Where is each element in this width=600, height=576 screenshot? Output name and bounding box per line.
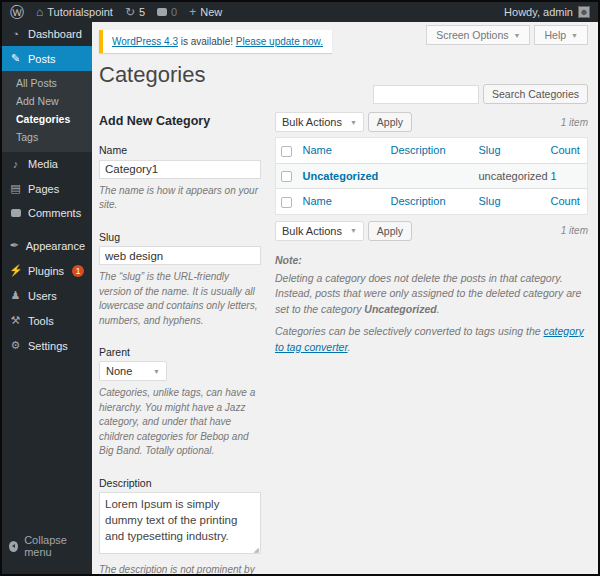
form-heading: Add New Category	[99, 114, 261, 128]
note-title: Note:	[275, 253, 588, 269]
parent-label: Parent	[99, 346, 261, 358]
sidebar-item-plugins[interactable]: ⚡ Plugins 1	[2, 258, 92, 283]
parent-select[interactable]: None ▼	[99, 361, 167, 381]
slug-help-text: The “slug” is the URL-friendly version o…	[99, 270, 261, 328]
search-categories-button[interactable]: Search Categories	[483, 84, 588, 104]
comments-bubble-icon	[9, 207, 22, 219]
items-count: 1 item	[561, 117, 588, 128]
column-footer-description[interactable]: Description	[386, 189, 474, 215]
tools-icon: ⚒	[9, 314, 22, 327]
resize-grip-icon[interactable]: ◢	[254, 546, 259, 554]
column-header-name[interactable]: Name	[298, 138, 386, 164]
note-text-end: .	[437, 303, 440, 315]
sidebar-item-label: Tools	[28, 315, 54, 327]
note-bold-uncategorized: Uncategorized	[364, 303, 436, 315]
column-header-count[interactable]: Count	[546, 138, 588, 164]
description-field[interactable]: Lorem Ipsum is simply dummy text of the …	[99, 492, 261, 554]
name-help-text: The name is how it appears on your site.	[99, 184, 261, 213]
dashboard-icon: ◔	[9, 28, 22, 40]
help-button[interactable]: Help ▼	[534, 25, 588, 45]
wordpress-version-link[interactable]: WordPress 4.3	[112, 36, 178, 47]
categories-table: Name Description Slug Count Uncategorize…	[275, 137, 588, 215]
select-all-checkbox-bottom[interactable]	[281, 197, 292, 208]
apply-button-bottom[interactable]: Apply	[368, 221, 412, 241]
note-paragraph-1: Deleting a category does not delete the …	[275, 271, 588, 318]
updates-icon: ↻	[125, 6, 135, 18]
bulk-actions-bottom: Bulk Actions ▼ Apply 1 item	[275, 221, 588, 241]
search-input[interactable]	[373, 85, 479, 104]
chevron-down-icon: ▼	[153, 368, 160, 375]
new-label: New	[200, 6, 222, 18]
description-help-text: The description is not prominent by defa…	[99, 563, 261, 575]
select-all-checkbox[interactable]	[281, 146, 292, 157]
collapse-menu-label: Collapse menu	[24, 534, 85, 558]
submenu-item-all-posts[interactable]: All Posts	[2, 74, 92, 92]
howdy-admin-menu[interactable]: Howdy, admin	[504, 6, 573, 18]
note-text-end: .	[348, 341, 351, 353]
table-header-row: Name Description Slug Count	[276, 138, 588, 164]
wordpress-logo-menu[interactable]: Ⓦ	[10, 5, 24, 19]
name-label: Name	[99, 144, 261, 156]
table-footer-row: Name Description Slug Count	[276, 189, 588, 215]
sidebar-item-label: Media	[28, 158, 58, 170]
submenu-item-add-new[interactable]: Add New	[2, 92, 92, 110]
slug-field[interactable]	[99, 246, 261, 265]
description-label: Description	[99, 477, 261, 489]
site-name-menu[interactable]: ⌂ Tutorialspoint	[36, 6, 113, 18]
wordpress-logo-icon: Ⓦ	[10, 5, 24, 19]
sidebar-item-media[interactable]: ♪ Media	[2, 152, 92, 176]
bulk-actions-select[interactable]: Bulk Actions ▼	[275, 112, 364, 132]
parent-help-text: Categories, unlike tags, can have a hier…	[99, 386, 261, 459]
pages-icon: ▤	[9, 182, 22, 195]
sidebar-item-comments[interactable]: Comments	[2, 201, 92, 225]
sidebar-item-appearance[interactable]: ✒ Appearance	[2, 233, 92, 258]
collapse-menu-button[interactable]: Collapse menu	[2, 528, 92, 564]
sidebar-separator	[2, 225, 92, 233]
sidebar-item-users[interactable]: ♟ Users	[2, 283, 92, 308]
update-now-link[interactable]: Please update now.	[236, 36, 323, 47]
submenu-item-categories[interactable]: Categories	[2, 110, 92, 128]
column-header-slug[interactable]: Slug	[474, 138, 546, 164]
table-row: Uncategorized uncategorized 1	[276, 163, 588, 189]
plus-icon: +	[189, 6, 196, 18]
media-icon: ♪	[9, 158, 22, 170]
bulk-actions-value: Bulk Actions	[282, 116, 342, 128]
admin-sidebar: ◔ Dashboard ✎ Posts All Posts Add New Ca…	[2, 22, 92, 574]
sidebar-item-label: Dashboard	[28, 28, 82, 40]
row-checkbox[interactable]	[281, 171, 292, 182]
screen-options-button[interactable]: Screen Options ▼	[426, 25, 530, 45]
apply-button[interactable]: Apply	[368, 112, 412, 132]
screen-meta-tabs: Screen Options ▼ Help ▼	[426, 25, 588, 45]
chevron-down-icon: ▼	[571, 32, 578, 39]
updates-menu[interactable]: ↻ 5	[125, 6, 145, 18]
sidebar-item-settings[interactable]: ⚙ Settings	[2, 333, 92, 358]
comments-menu[interactable]: 0	[157, 6, 177, 18]
sidebar-item-dashboard[interactable]: ◔ Dashboard	[2, 22, 92, 46]
column-header-description[interactable]: Description	[386, 138, 474, 164]
sidebar-item-pages[interactable]: ▤ Pages	[2, 176, 92, 201]
notice-text: is available!	[178, 36, 236, 47]
sidebar-item-posts[interactable]: ✎ Posts	[2, 46, 92, 71]
sidebar-item-label: Users	[28, 290, 57, 302]
appearance-icon: ✒	[9, 239, 20, 252]
comments-icon	[157, 8, 167, 16]
wordpress-admin-screen: Ⓦ ⌂ Tutorialspoint ↻ 5 0 + New Howdy, ad…	[0, 0, 600, 576]
column-footer-name[interactable]: Name	[298, 189, 386, 215]
new-content-menu[interactable]: + New	[189, 6, 222, 18]
category-name-link[interactable]: Uncategorized	[303, 170, 379, 182]
name-field[interactable]	[99, 160, 261, 179]
column-footer-slug[interactable]: Slug	[474, 189, 546, 215]
sidebar-item-label: Appearance	[26, 240, 85, 252]
user-avatar[interactable]: ☻	[578, 6, 590, 18]
column-footer-count[interactable]: Count	[546, 189, 588, 215]
category-slug: uncategorized	[479, 170, 548, 182]
note-section: Note: Deleting a category does not delet…	[275, 253, 588, 356]
sidebar-item-tools[interactable]: ⚒ Tools	[2, 308, 92, 333]
bulk-actions-select-bottom[interactable]: Bulk Actions ▼	[275, 221, 364, 241]
category-count-link[interactable]: 1	[551, 170, 557, 182]
users-icon: ♟	[9, 289, 22, 302]
home-icon: ⌂	[36, 6, 43, 18]
slug-label: Slug	[99, 231, 261, 243]
note-text: Categories can be selectively converted …	[275, 325, 544, 337]
submenu-item-tags[interactable]: Tags	[2, 128, 92, 146]
